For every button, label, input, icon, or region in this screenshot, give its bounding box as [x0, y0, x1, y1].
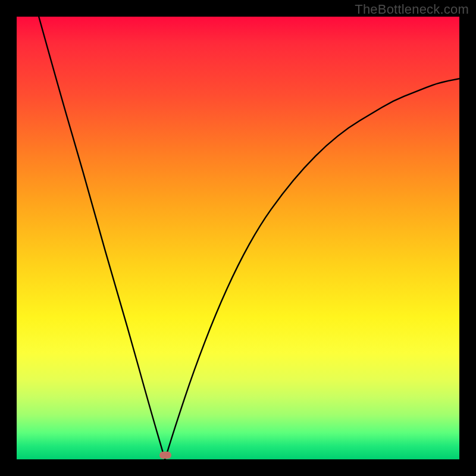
- plot-area: [17, 17, 459, 459]
- chart-frame: TheBottleneck.com: [0, 0, 476, 476]
- bottleneck-curve: [17, 17, 459, 459]
- watermark-text: TheBottleneck.com: [355, 2, 469, 17]
- optimal-point-marker: [159, 452, 171, 459]
